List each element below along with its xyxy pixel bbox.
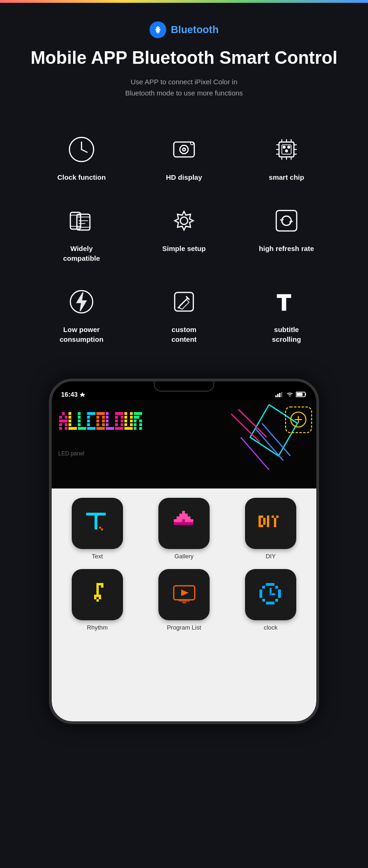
led-panel-label: LED panel — [58, 450, 170, 457]
app-name-gallery: Gallery — [174, 553, 193, 560]
svg-rect-119 — [130, 412, 133, 415]
svg-rect-185 — [259, 525, 261, 527]
svg-rect-123 — [130, 427, 133, 430]
svg-rect-43 — [277, 394, 279, 397]
svg-rect-67 — [78, 416, 81, 419]
svg-rect-200 — [274, 522, 276, 525]
app-icon-text[interactable] — [72, 498, 123, 549]
app-name-text: Text — [92, 553, 103, 560]
app-icon-program-list[interactable] — [158, 569, 210, 620]
app-item-diy[interactable]: DIY — [232, 498, 309, 560]
app-name-program-list: Program List — [167, 624, 201, 631]
svg-rect-88 — [99, 427, 102, 430]
svg-rect-227 — [259, 592, 262, 595]
hd-display-icon — [168, 133, 200, 166]
svg-rect-53 — [62, 412, 65, 415]
svg-rect-175 — [177, 522, 179, 525]
svg-rect-192 — [267, 518, 269, 520]
svg-rect-77 — [87, 427, 90, 430]
main-title: Mobile APP Bluetooth Smart Control — [9, 47, 359, 69]
phone-section: 16:43 — [0, 369, 368, 743]
svg-rect-156 — [99, 527, 101, 529]
svg-rect-74 — [87, 416, 90, 419]
feature-high-refresh-rate: high refresh rate — [235, 193, 338, 274]
app-item-rhythm[interactable]: Rhythm — [59, 569, 136, 631]
svg-rect-208 — [96, 590, 99, 592]
clock-function-icon — [65, 133, 98, 166]
svg-rect-205 — [101, 585, 103, 588]
svg-rect-154 — [95, 524, 97, 527]
svg-rect-198 — [274, 518, 276, 520]
feature-custom-content: customcontent — [133, 274, 235, 355]
feature-low-power: Low powerconsumption — [30, 274, 133, 355]
svg-rect-174 — [174, 522, 177, 525]
svg-rect-232 — [275, 599, 278, 602]
feature-smart-chip: smart chip — [235, 122, 338, 193]
svg-rect-70 — [78, 427, 81, 430]
app-item-clock[interactable]: clock — [232, 569, 309, 631]
svg-rect-44 — [279, 393, 280, 397]
svg-rect-151 — [95, 515, 97, 518]
feature-subtitle-scrolling: T subtitlescrolling — [235, 274, 338, 355]
app-icon-gallery[interactable] — [158, 498, 210, 549]
svg-rect-160 — [182, 514, 185, 516]
widely-compatible-icon — [65, 204, 98, 237]
svg-rect-193 — [267, 520, 269, 522]
svg-rect-83 — [96, 416, 99, 419]
svg-rect-158 — [182, 511, 185, 514]
svg-rect-162 — [177, 516, 179, 519]
svg-rect-113 — [124, 412, 127, 415]
svg-rect-59 — [68, 412, 71, 415]
svg-rect-99 — [109, 427, 111, 430]
svg-rect-218 — [178, 600, 190, 602]
status-time: 16:43 — [61, 391, 85, 398]
custom-content-label: customcontent — [171, 325, 197, 344]
svg-rect-196 — [272, 515, 274, 518]
svg-rect-52 — [59, 427, 62, 430]
svg-rect-103 — [115, 420, 118, 422]
svg-line-3 — [82, 149, 87, 152]
app-icon-clock[interactable] — [245, 569, 296, 620]
high-refresh-rate-icon — [270, 204, 303, 237]
svg-rect-213 — [94, 597, 96, 599]
low-power-icon — [65, 285, 98, 318]
app-name-diy: DIY — [266, 553, 276, 560]
svg-rect-234 — [269, 602, 272, 604]
app-item-gallery[interactable]: Gallery — [145, 498, 223, 560]
svg-rect-148 — [97, 513, 100, 515]
svg-rect-80 — [90, 427, 93, 430]
svg-rect-91 — [102, 420, 105, 422]
svg-rect-167 — [174, 519, 177, 522]
svg-rect-219 — [182, 602, 186, 604]
svg-rect-223 — [262, 586, 265, 589]
svg-rect-72 — [83, 427, 86, 430]
svg-rect-60 — [68, 416, 71, 419]
app-item-program-list[interactable]: Program List — [145, 569, 223, 631]
svg-rect-224 — [275, 586, 278, 589]
subtitle-scrolling-icon: T — [270, 285, 303, 318]
svg-rect-215 — [96, 599, 99, 602]
svg-rect-146 — [92, 513, 95, 515]
app-icon-diy[interactable] — [245, 498, 296, 549]
svg-rect-220 — [266, 583, 269, 586]
svg-rect-102 — [115, 416, 118, 419]
svg-rect-85 — [96, 423, 99, 426]
svg-rect-34 — [276, 210, 297, 231]
svg-rect-228 — [278, 592, 281, 595]
svg-rect-92 — [102, 423, 105, 426]
svg-rect-47 — [305, 393, 306, 395]
svg-rect-84 — [96, 420, 99, 422]
svg-text:T: T — [277, 290, 291, 315]
svg-marker-41 — [80, 392, 85, 397]
svg-rect-105 — [115, 427, 118, 430]
app-item-text[interactable]: Text — [59, 498, 136, 560]
hd-display-label: HD display — [166, 172, 202, 182]
svg-rect-163 — [179, 516, 182, 519]
svg-rect-203 — [99, 583, 101, 585]
svg-rect-57 — [65, 427, 68, 430]
svg-rect-159 — [179, 514, 182, 516]
svg-rect-65 — [74, 427, 77, 430]
svg-rect-111 — [121, 423, 123, 426]
phone-apps-section: Text — [52, 488, 316, 721]
app-icon-rhythm[interactable] — [72, 569, 123, 620]
